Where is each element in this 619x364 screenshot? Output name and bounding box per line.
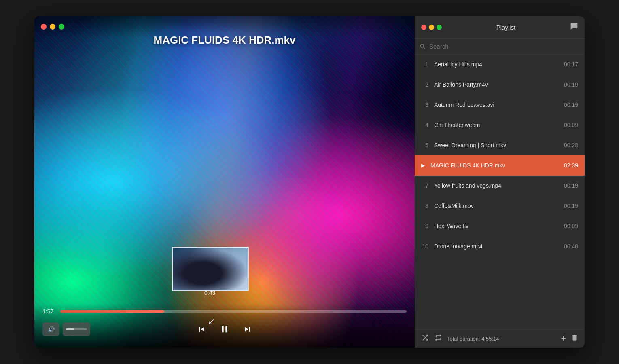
add-button[interactable]: + [561, 333, 566, 344]
playlist-minimize[interactable] [429, 25, 434, 30]
item-duration: 00:09 [564, 223, 578, 229]
delete-button[interactable] [571, 334, 578, 343]
item-duration: 00:17 [564, 61, 578, 68]
progress-row: 1:57 [42, 308, 407, 315]
item-duration: 00:19 [564, 203, 578, 209]
item-name: Yellow fruits and vegs.mp4 [434, 182, 558, 189]
video-area: MAGIC FLUIDS 4K HDR.mkv 0:43 ↙ 1:57 [34, 16, 415, 348]
playlist-item[interactable]: 10 Drone footage.mp4 00:40 [415, 236, 585, 256]
shuffle-icon[interactable] [421, 334, 429, 344]
item-duration: 00:28 [564, 142, 578, 148]
maximize-button[interactable] [59, 24, 64, 30]
pause-button[interactable] [214, 319, 235, 340]
item-name: Autumn Red Leaves.avi [434, 102, 558, 108]
video-background: MAGIC FLUIDS 4K HDR.mkv 0:43 ↙ [34, 16, 415, 348]
current-time: 1:57 [42, 308, 55, 315]
search-input-wrap [420, 43, 580, 50]
playlist-maximize[interactable] [437, 25, 442, 30]
playlist-traffic-lights [421, 25, 442, 30]
progress-bar-fill [60, 310, 164, 313]
playlist-item[interactable]: 4 Chi Theater.webm 00:09 [415, 115, 585, 135]
item-number: 4 [421, 122, 428, 128]
play-icon: ▶ [421, 163, 425, 168]
time-tooltip: 0:43 [204, 290, 215, 296]
item-number: 3 [421, 102, 428, 108]
playlist-item[interactable]: 3 Autumn Red Leaves.avi 00:19 [415, 95, 585, 115]
playlist-item[interactable]: 9 Hexi Wave.flv 00:09 [415, 216, 585, 236]
item-duration: 00:19 [564, 182, 578, 189]
item-name: Air Ballons Party.m4v [434, 81, 558, 88]
playlist-panel: Playlist [415, 16, 585, 348]
item-duration: 02:39 [564, 162, 578, 169]
progress-bar[interactable] [60, 310, 407, 313]
cursor-icon: ↙ [208, 316, 215, 327]
item-name: MAGIC FLUIDS 4K HDR.mkv [430, 162, 558, 169]
total-duration: Total duration: 4:55:14 [447, 336, 556, 342]
thumbnail-preview [172, 247, 249, 291]
volume-slider[interactable] [63, 322, 90, 336]
controls-buttons: 🔊 [42, 319, 407, 340]
playlist-header: Playlist [415, 16, 585, 39]
item-name: Sweet Dreaming | Short.mkv [434, 142, 558, 148]
next-button[interactable] [238, 320, 256, 338]
playlist-item[interactable]: 8 Coffe&Milk.mov 00:19 [415, 196, 585, 216]
traffic-lights [41, 24, 64, 30]
item-number: 5 [421, 142, 428, 148]
search-input[interactable] [429, 43, 580, 50]
volume-fill [66, 328, 74, 330]
search-row [415, 39, 585, 54]
item-name: Hexi Wave.flv [434, 223, 558, 229]
item-number: 2 [421, 81, 428, 88]
item-name: Aerial Icy Hills.mp4 [434, 61, 558, 68]
main-content: MAGIC FLUIDS 4K HDR.mkv 0:43 ↙ 1:57 [34, 16, 585, 348]
playlist-item[interactable]: 2 Air Ballons Party.m4v 00:19 [415, 74, 585, 95]
playlist-title: Playlist [442, 24, 570, 31]
item-name: Coffe&Milk.mov [434, 203, 558, 209]
item-duration: 00:09 [564, 122, 578, 128]
item-name: Chi Theater.webm [434, 122, 558, 128]
item-duration: 00:40 [564, 243, 578, 250]
repeat-icon[interactable] [434, 334, 442, 344]
item-number: 1 [421, 61, 428, 68]
item-number: 8 [421, 203, 428, 209]
item-number: 7 [421, 182, 428, 189]
minimize-button[interactable] [50, 24, 55, 30]
playlist-footer: Total duration: 4:55:14 + [415, 329, 585, 348]
volume-track [66, 328, 87, 330]
playlist-item[interactable]: 5 Sweet Dreaming | Short.mkv 00:28 [415, 135, 585, 155]
volume-icon: 🔊 [48, 326, 55, 332]
item-duration: 00:19 [564, 81, 578, 88]
item-name: Drone footage.mp4 [434, 243, 558, 250]
playlist-item[interactable]: 1 Aerial Icy Hills.mp4 00:17 [415, 54, 585, 74]
item-number: 9 [421, 223, 428, 229]
playlist-close[interactable] [421, 25, 426, 30]
volume-area: 🔊 [42, 322, 90, 336]
item-number: 10 [421, 243, 428, 250]
search-icon [420, 43, 426, 50]
close-button[interactable] [41, 24, 47, 30]
item-duration: 00:19 [564, 102, 578, 108]
volume-button[interactable]: 🔊 [42, 322, 59, 336]
controls-overlay: 1:57 🔊 [34, 303, 415, 348]
playlist-item[interactable]: ▶ MAGIC FLUIDS 4K HDR.mkv 02:39 [415, 155, 585, 176]
playlist-items: 1 Aerial Icy Hills.mp4 00:17 2 Air Ballo… [415, 54, 585, 329]
window-titlebar [34, 16, 415, 37]
chat-icon[interactable] [570, 22, 578, 32]
playlist-item[interactable]: 7 Yellow fruits and vegs.mp4 00:19 [415, 176, 585, 196]
progress-bar-bg [60, 310, 407, 313]
app-window: MAGIC FLUIDS 4K HDR.mkv 0:43 ↙ 1:57 [34, 16, 585, 348]
